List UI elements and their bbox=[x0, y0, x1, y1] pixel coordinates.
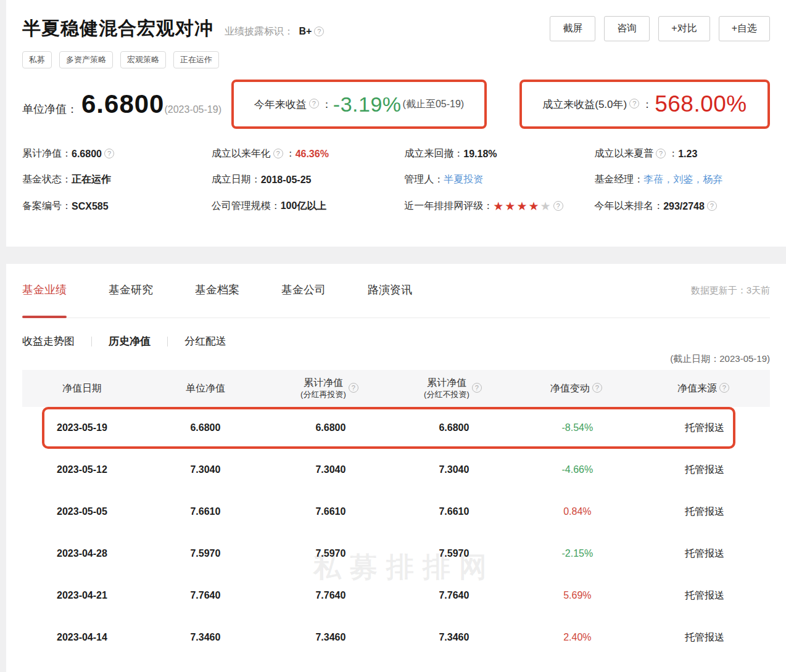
cell-cum-nav-noreinvest: 6.6800 bbox=[392, 422, 516, 433]
cell-nav-date: 2023-05-19 bbox=[22, 422, 142, 433]
help-icon[interactable] bbox=[472, 383, 482, 393]
help-icon[interactable] bbox=[707, 201, 717, 211]
table-row: 2023-04-21 7.7640 7.7640 7.7640 5.69% 托管… bbox=[22, 575, 770, 617]
cell-nav-change: -4.66% bbox=[516, 464, 639, 475]
header-nav-date: 净值日期 bbox=[22, 382, 142, 395]
cell-nav-change: 0.84% bbox=[516, 506, 639, 517]
fund-title: 半夏稳健混合宏观对冲 bbox=[22, 16, 213, 41]
screenshot-button[interactable]: 截屏 bbox=[550, 16, 595, 41]
star-rating-empty-icon: ★ bbox=[540, 199, 550, 213]
cell-cum-nav-noreinvest: 7.5970 bbox=[392, 548, 516, 559]
fund-stats-grid: 累计净值： 6.6800 成立以来年化 ： 46.36% 成立来回撤： 19.1… bbox=[22, 147, 770, 213]
manager-company-link[interactable]: 半夏投资 bbox=[444, 173, 483, 186]
consult-button[interactable]: 咨询 bbox=[604, 16, 650, 41]
cell-nav-date: 2023-05-12 bbox=[22, 464, 142, 475]
fund-summary-card: 半夏稳健混合宏观对冲 业绩披露标识： B+ 截屏 咨询 +对比 +自选 私募 多… bbox=[6, 0, 786, 247]
sub-tabbar: 收益走势图 历史净值 分红配送 bbox=[22, 334, 770, 348]
unit-nav-date: (2023-05-19) bbox=[164, 104, 221, 115]
help-icon[interactable] bbox=[592, 383, 602, 393]
fund-tags: 私募 多资产策略 宏观策略 正在运作 bbox=[22, 51, 770, 68]
tab-fund-archive[interactable]: 基金档案 bbox=[195, 275, 239, 305]
help-icon[interactable] bbox=[553, 201, 563, 211]
cell-unit-nav: 7.7640 bbox=[142, 590, 269, 601]
help-icon[interactable] bbox=[104, 149, 114, 158]
help-icon[interactable] bbox=[309, 99, 319, 109]
data-updated-note: 数据更新于：3天前 bbox=[691, 275, 770, 297]
help-icon[interactable] bbox=[656, 149, 666, 158]
cell-cum-nav-reinvest: 6.6800 bbox=[269, 422, 392, 433]
cell-nav-source: 托管报送 bbox=[639, 506, 770, 518]
tab-roadshow-info[interactable]: 路演资讯 bbox=[368, 275, 412, 305]
add-compare-button[interactable]: +对比 bbox=[658, 16, 709, 41]
cell-cum-nav-noreinvest: 7.3460 bbox=[392, 632, 516, 643]
stat-sharpe-ratio: 成立以来夏普 ： 1.23 bbox=[594, 147, 770, 160]
table-row: 2023-04-28 7.5970 7.5970 7.5970 -2.15% 托… bbox=[22, 533, 770, 575]
stat-inception-date: 成立日期： 2018-05-25 bbox=[212, 173, 405, 186]
unit-nav: 单位净值： 6.6800 (2023-05-19) bbox=[22, 89, 221, 119]
subtab-dividends[interactable]: 分红配送 bbox=[184, 334, 226, 348]
help-icon[interactable] bbox=[314, 27, 324, 36]
header-unit-nav: 单位净值 bbox=[142, 382, 269, 395]
fund-managers-links[interactable]: 李蓓，刘鉴，杨弃 bbox=[643, 173, 722, 186]
star-rating-filled-icons: ★★★★ bbox=[493, 199, 540, 213]
since-inception-return-value: 568.00% bbox=[655, 91, 747, 117]
tag-macro-strategy: 宏观策略 bbox=[120, 51, 166, 68]
help-icon[interactable] bbox=[719, 383, 729, 393]
cell-nav-date: 2023-04-21 bbox=[22, 590, 142, 601]
ytd-return-label: 今年来收益 bbox=[254, 97, 307, 112]
cell-nav-date: 2023-04-28 bbox=[22, 548, 142, 559]
add-watchlist-button[interactable]: +自选 bbox=[719, 16, 770, 41]
since-inception-return-label: 成立来收益(5.0年) bbox=[542, 97, 627, 112]
table-row: 2023-05-05 7.6610 7.6610 7.6610 0.84% 托管… bbox=[22, 491, 770, 533]
tag-private-fund: 私募 bbox=[22, 51, 52, 68]
fund-detail-card: 基金业绩 基金研究 基金档案 基金公司 路演资讯 数据更新于：3天前 收益走势图… bbox=[6, 264, 786, 672]
cell-nav-source: 托管报送 bbox=[639, 547, 770, 560]
cell-cum-nav-noreinvest: 7.7640 bbox=[392, 590, 516, 601]
cell-cum-nav-noreinvest: 7.6610 bbox=[392, 506, 516, 517]
help-icon[interactable] bbox=[629, 99, 639, 109]
unit-nav-value: 6.6800 bbox=[81, 89, 164, 119]
subtab-divider bbox=[91, 337, 92, 346]
subtab-divider bbox=[167, 337, 168, 346]
cell-cum-nav-reinvest: 7.3040 bbox=[269, 464, 392, 475]
header-nav-source: 净值来源 bbox=[639, 382, 770, 395]
table-header-row: 净值日期 单位净值 累计净值 (分红再投资) 累计净值 (分红不投资) 净值变动 bbox=[22, 370, 770, 407]
main-tabbar: 基金业绩 基金研究 基金档案 基金公司 路演资讯 数据更新于：3天前 bbox=[22, 275, 770, 318]
table-row: 2023-05-12 7.3040 7.3040 7.3040 -4.66% 托… bbox=[22, 449, 770, 491]
tab-fund-research[interactable]: 基金研究 bbox=[109, 275, 153, 305]
cell-nav-change: 5.69% bbox=[516, 590, 639, 601]
nav-table-rows: 2023-05-19 6.6800 6.6800 6.6800 -8.54% 托… bbox=[22, 407, 770, 658]
cell-unit-nav: 7.3040 bbox=[142, 464, 269, 475]
cell-unit-nav: 7.3460 bbox=[142, 632, 269, 643]
cell-cum-nav-noreinvest: 7.3040 bbox=[392, 464, 516, 475]
subtab-return-chart[interactable]: 收益走势图 bbox=[22, 334, 75, 348]
stat-registration-number: 备案编号： SCX585 bbox=[22, 199, 212, 213]
stat-fund-status: 基金状态： 正在运作 bbox=[22, 173, 212, 186]
subtab-historical-nav[interactable]: 历史净值 bbox=[109, 334, 151, 348]
header-cum-nav-reinvest: 累计净值 (分红再投资) bbox=[269, 377, 392, 400]
cell-nav-change: -8.54% bbox=[516, 422, 639, 433]
cell-cum-nav-reinvest: 7.3460 bbox=[269, 632, 392, 643]
help-icon[interactable] bbox=[273, 149, 283, 158]
stat-one-year-rating: 近一年排排网评级： ★★★★ ★ bbox=[404, 199, 594, 213]
help-icon[interactable] bbox=[349, 383, 358, 393]
cell-cum-nav-reinvest: 7.5970 bbox=[269, 548, 392, 559]
tag-operating-status: 正在运作 bbox=[173, 51, 219, 68]
header-cum-nav-noreinvest: 累计净值 (分红不投资) bbox=[392, 377, 516, 400]
disclosure-grade: B+ bbox=[299, 26, 312, 36]
disclosure-label: 业绩披露标识： B+ bbox=[225, 25, 312, 38]
cell-nav-change: -2.15% bbox=[516, 548, 639, 559]
unit-nav-label: 单位净值： bbox=[22, 102, 78, 117]
ytd-return-value: -3.19% bbox=[333, 92, 402, 117]
stat-ytd-ranking: 今年以来排名： 293/2748 bbox=[594, 199, 770, 213]
cell-nav-source: 托管报送 bbox=[639, 589, 770, 602]
tag-multi-asset-strategy: 多资产策略 bbox=[59, 51, 113, 68]
tab-fund-performance[interactable]: 基金业绩 bbox=[22, 275, 67, 305]
section-divider bbox=[0, 247, 786, 264]
cell-cum-nav-reinvest: 7.6610 bbox=[269, 506, 392, 517]
cell-nav-date: 2023-04-14 bbox=[22, 632, 142, 643]
tab-fund-company[interactable]: 基金公司 bbox=[281, 275, 326, 305]
action-buttons: 截屏 咨询 +对比 +自选 bbox=[550, 16, 770, 41]
cell-unit-nav: 7.5970 bbox=[142, 548, 269, 559]
stat-annualized-return: 成立以来年化 ： 46.36% bbox=[212, 147, 405, 160]
